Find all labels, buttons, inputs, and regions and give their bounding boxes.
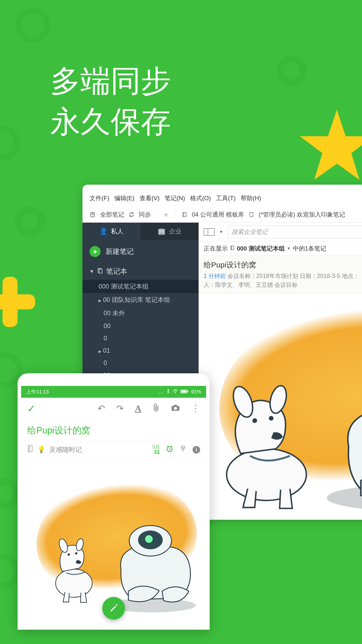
- hero-line2: 永久保存: [50, 101, 171, 142]
- chevron-right-icon: ▶: [99, 299, 101, 303]
- battery-icon: [180, 389, 189, 395]
- svg-point-31: [68, 553, 70, 556]
- notebook-stack-icon: [97, 267, 103, 275]
- bluetooth-icon: [166, 389, 170, 395]
- phone-window: 上午11:13 … 91% ✓ ↶ ↷ A ⋮: [18, 373, 210, 630]
- dog-illustration: [39, 524, 109, 610]
- editor-toolbar: ✓ ↶ ↷ A ⋮: [21, 398, 206, 419]
- person-icon: 👤: [100, 228, 107, 235]
- svg-point-11: [252, 418, 257, 423]
- svg-point-17: [175, 392, 176, 393]
- format-button[interactable]: A: [135, 403, 141, 414]
- menu-view[interactable]: 查看(V): [140, 194, 160, 202]
- svg-point-8: [227, 449, 306, 500]
- wifi-icon: [172, 389, 178, 395]
- plus-decoration: [0, 277, 35, 327]
- menu-tools[interactable]: 工具(T): [216, 194, 236, 202]
- svg-rect-6: [231, 246, 234, 250]
- alarm-icon[interactable]: [166, 445, 173, 454]
- sync-icon: [128, 211, 135, 218]
- menu-edit[interactable]: 编辑(E): [114, 194, 134, 202]
- sidebar-item[interactable]: 000 测试笔记本组: [82, 280, 199, 293]
- note-title: 给Pupi设计的窝: [204, 260, 362, 270]
- svg-point-28: [56, 569, 92, 597]
- done-button[interactable]: ✓: [27, 403, 36, 414]
- sidebar-item[interactable]: ▶ 01: [82, 344, 199, 357]
- status-time: 上午11:13: [26, 388, 49, 395]
- svg-point-36: [145, 535, 153, 543]
- search-input[interactable]: 搜索企业笔记: [228, 226, 362, 238]
- notebook-icon: [181, 211, 188, 218]
- battery-percent: 91%: [191, 389, 201, 395]
- tab-business[interactable]: 🏢 企业: [141, 223, 199, 240]
- toolbar: 全部笔记 同步 ★ 04 公司通用 模板库 (*管理员必读) 欢迎加入印象笔记: [82, 207, 362, 223]
- notes-icon: [89, 211, 96, 218]
- chevron-down-icon: ▼: [89, 269, 94, 274]
- showing-notebook[interactable]: 000 测试笔记本组: [237, 245, 285, 253]
- note-list-item[interactable]: 给Pupi设计的窝 1 分钟前 会议名称：2018年市场计划 日期：2018-3…: [199, 256, 362, 293]
- building-icon: 🏢: [158, 228, 165, 235]
- notebooks-header[interactable]: ▼ 笔记本: [82, 263, 199, 280]
- svg-rect-5: [99, 269, 102, 273]
- svg-rect-24: [28, 446, 32, 452]
- status-bar: 上午11:13 … 91%: [21, 386, 206, 398]
- svg-point-22: [174, 407, 177, 410]
- showing-bar: 正在显示 000 测试笔记本组 ▼ 中的1条笔记: [199, 242, 362, 256]
- main-panel: ▼ 搜索企业笔记 正在显示 000 测试笔记本组 ▼ 中的1条笔记 给Pupi设…: [199, 223, 362, 520]
- robot-illustration: [314, 364, 362, 520]
- sidebar-item[interactable]: 00: [82, 320, 199, 332]
- svg-point-13: [327, 485, 362, 510]
- breadcrumb-note[interactable]: (*管理员必读) 欢迎加入印象笔记: [259, 211, 345, 219]
- menu-bar: 文件(F) 编辑(E) 查看(V) 笔记(N) 格式(O) 工具(T) 帮助(H…: [82, 185, 362, 207]
- svg-point-27: [183, 447, 184, 448]
- new-note-button[interactable]: + 新建笔记: [82, 240, 199, 263]
- notebook-icon[interactable]: [27, 445, 33, 454]
- sidebar-item[interactable]: 0: [82, 332, 199, 344]
- undo-button[interactable]: ↶: [98, 403, 105, 414]
- note-icon: [248, 211, 255, 218]
- reminder-date[interactable]: 5月 31: [152, 445, 160, 455]
- svg-rect-23: [174, 405, 177, 406]
- chevron-down-icon[interactable]: ▼: [219, 230, 223, 234]
- sidebar-item[interactable]: 00 未外: [82, 306, 199, 320]
- star-decoration: [297, 106, 362, 186]
- info-icon[interactable]: i: [193, 446, 200, 454]
- camera-button[interactable]: [171, 403, 180, 414]
- menu-note[interactable]: 笔记(N): [165, 194, 185, 202]
- attachment-button[interactable]: [152, 403, 160, 414]
- svg-rect-20: [188, 391, 188, 392]
- note-meta: 1 分钟前 会议名称：2018年市场计划 日期：2018-3-5 地点： 人：陈…: [204, 272, 362, 289]
- chevron-right-icon: ▶: [99, 349, 101, 353]
- menu-help[interactable]: 帮助(H): [241, 194, 261, 202]
- chevron-down-icon[interactable]: ▼: [287, 246, 291, 251]
- more-button[interactable]: ⋮: [191, 403, 200, 414]
- sidebar-item[interactable]: ▶ 00 团队知识库 笔记本组: [82, 293, 199, 306]
- star-icon[interactable]: ★: [163, 211, 169, 219]
- lightbulb-icon: 💡: [37, 446, 45, 454]
- note-title[interactable]: 给Pupi设计的窝: [21, 419, 206, 441]
- all-notes-button[interactable]: 全部笔记: [100, 211, 124, 219]
- breadcrumb-notebook[interactable]: 04 公司通用 模板库: [192, 211, 244, 219]
- tag-icon[interactable]: [179, 445, 187, 454]
- redo-button[interactable]: ↷: [116, 403, 124, 414]
- svg-rect-3: [250, 213, 253, 217]
- svg-rect-19: [181, 390, 187, 392]
- notebook-icon: [230, 245, 235, 252]
- note-meta-row: 💡 灵感随时记 5月 31 i: [21, 441, 206, 459]
- plus-icon: +: [89, 246, 101, 257]
- edit-fab[interactable]: [102, 597, 125, 620]
- note-canvas: [199, 293, 362, 520]
- menu-file[interactable]: 文件(F): [89, 194, 109, 202]
- sync-button[interactable]: 同步: [139, 211, 151, 219]
- svg-point-32: [75, 552, 77, 554]
- svg-point-12: [269, 416, 274, 421]
- notebook-name[interactable]: 灵感随时记: [49, 445, 82, 454]
- layout-icon[interactable]: [204, 228, 215, 236]
- hero-heading: 多端同步 永久保存: [50, 60, 171, 142]
- hero-line1: 多端同步: [50, 60, 171, 101]
- svg-point-30: [75, 538, 84, 551]
- sidebar-item[interactable]: 0: [82, 357, 199, 369]
- svg-rect-1: [183, 213, 186, 217]
- tab-personal[interactable]: 👤 私人: [82, 223, 141, 240]
- menu-format[interactable]: 格式(O): [190, 194, 211, 202]
